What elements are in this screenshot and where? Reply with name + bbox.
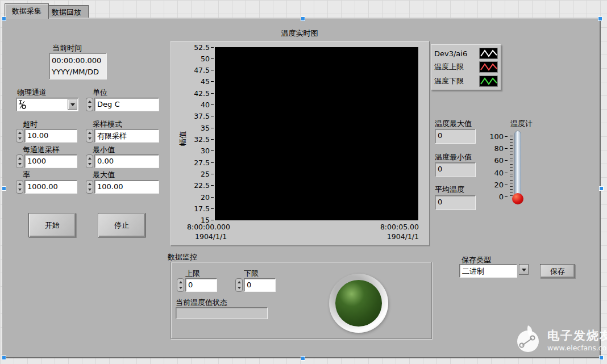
tab-page-acquisition: 当前时间 00:00:00.000 YYYY/MM/DD 物理通道 单位 Deg… (2, 18, 601, 358)
sample-mode-spinner[interactable] (86, 129, 93, 143)
min-temp-value: 0 (435, 162, 476, 177)
tick-mark (211, 197, 214, 198)
watermark-url: www.elecfans.com (547, 344, 607, 352)
plot-legend: Dev3/ai6 温度上限 温度下限 (431, 44, 501, 90)
start-button[interactable]: 开始 (28, 213, 76, 237)
min-value-spinner[interactable] (86, 154, 93, 168)
resize-handle-top-center[interactable] (301, 16, 305, 21)
tick-mark (211, 220, 214, 220)
y-tick: 45 (173, 78, 214, 86)
alarm-led-bezel (329, 274, 388, 333)
plot-style-icon[interactable] (479, 48, 498, 59)
samples-per-channel-label: 每通道采样 (23, 145, 60, 155)
io-channel-icon (18, 99, 27, 112)
stop-button[interactable]: 停止 (98, 213, 145, 237)
upper-limit-label: 上限 (185, 269, 200, 279)
max-value-spinner[interactable] (86, 180, 93, 194)
current-time-label: 当前时间 (52, 43, 82, 53)
resize-handle-right-middle[interactable] (599, 186, 604, 191)
timeout-label: 超时 (23, 119, 38, 129)
timeout-field[interactable]: 10.00 (24, 129, 77, 143)
thermometer-tick: 100 (489, 132, 508, 140)
min-value-field[interactable]: 0.00 (94, 154, 159, 168)
resize-handle-top-left[interactable] (2, 16, 6, 21)
avg-temp-value: 0 (435, 195, 476, 210)
tick-mark (211, 174, 214, 174)
lower-limit-field[interactable]: 0 (244, 278, 276, 292)
tick-mark (211, 116, 214, 116)
physical-channel-combo[interactable] (16, 98, 78, 111)
legend-item[interactable]: 温度下限 (434, 74, 498, 87)
temp-status-field (176, 307, 268, 319)
date-value: YYYY/MM/DD (52, 66, 104, 78)
thermometer-tick: 60 (494, 157, 508, 165)
resize-handle-top-right[interactable] (598, 16, 602, 21)
max-temp-label: 温度最大值 (435, 119, 472, 129)
legend-item[interactable]: 温度上限 (434, 61, 498, 74)
y-tick: 47.5 (173, 66, 214, 74)
time-value: 00:00:00.000 (52, 55, 104, 66)
max-temp-value: 0 (435, 129, 476, 144)
resize-handle-bottom-center[interactable] (301, 356, 305, 361)
tick-mark (211, 185, 214, 186)
x-axis-start: 8:00:00.000 1904/1/1 (187, 222, 230, 241)
max-value-field[interactable]: 100.00 (94, 180, 159, 194)
x-end-time: 8:00:05.00 (380, 222, 419, 232)
sample-mode-field[interactable]: 有限采样 (94, 129, 159, 143)
tab-data-playback[interactable]: 数据回放 (44, 5, 89, 19)
timeout-spinner[interactable] (16, 129, 23, 143)
unit-spinner[interactable] (86, 98, 93, 111)
plot-style-icon[interactable] (479, 61, 498, 73)
y-tick: 22.5 (173, 182, 214, 190)
monitor-group-box: 上限 0 下限 0 当前温度值状态 (171, 262, 432, 339)
lower-limit-spinner[interactable] (235, 278, 243, 292)
y-tick: 27.5 (173, 158, 214, 166)
channel-dropdown-arrow-icon[interactable] (68, 99, 77, 110)
unit-label: 单位 (93, 87, 107, 98)
save-button[interactable]: 保存 (540, 264, 575, 278)
x-end-date: 1904/1/1 (380, 232, 419, 241)
max-value-label: 最大值 (93, 170, 115, 180)
plot-style-icon[interactable] (479, 76, 498, 87)
y-tick: 52.5 (173, 43, 214, 51)
elecfans-logo-icon (514, 324, 543, 355)
resize-handle-bottom-left[interactable] (2, 355, 6, 360)
upper-limit-spinner[interactable] (177, 278, 184, 292)
resize-handle-left-middle[interactable] (2, 186, 6, 191)
thermometer-tick: 20 (494, 181, 508, 189)
samples-field[interactable]: 1000 (24, 154, 77, 168)
tick-mark (211, 70, 214, 70)
save-type-combo[interactable]: 二进制 (459, 264, 517, 278)
thermometer-minor-ticks (510, 136, 513, 199)
tick-mark (211, 128, 214, 128)
watermark-name: 电子发烧友 (547, 328, 607, 344)
avg-temp-label: 平均温度 (435, 185, 464, 195)
tick-mark (505, 173, 508, 173)
resize-handle-bottom-right[interactable] (599, 355, 604, 360)
y-tick: 42.5 (173, 89, 214, 97)
tab-data-acquisition[interactable]: 数据采集 (5, 3, 49, 19)
current-time-display: 00:00:00.000 YYYY/MM/DD (49, 53, 107, 80)
y-axis-ticks: 52.5 50 47.5 45 (173, 43, 214, 224)
temp-status-label: 当前温度值状态 (176, 298, 227, 308)
tick-mark (211, 58, 214, 59)
save-type-dropdown-arrow-icon[interactable] (519, 264, 529, 275)
plot-area[interactable] (215, 47, 418, 220)
tick-mark (505, 148, 508, 149)
y-tick: 30 (173, 147, 214, 155)
physical-channel-label: 物理通道 (17, 87, 47, 98)
unit-field[interactable]: Deg C (94, 98, 159, 111)
tick-mark (211, 162, 214, 163)
rate-spinner[interactable] (16, 180, 23, 194)
y-tick: 32.5 (173, 136, 214, 144)
tick-mark (211, 104, 214, 105)
upper-limit-field[interactable]: 0 (185, 278, 217, 292)
tick-mark (505, 136, 508, 137)
legend-item[interactable]: Dev3/ai6 (434, 47, 498, 60)
physical-channel-value[interactable] (27, 98, 66, 102)
y-tick: 40 (173, 101, 214, 109)
samples-spinner[interactable] (16, 154, 23, 168)
tick-mark (505, 160, 508, 161)
rate-field[interactable]: 1000.00 (24, 180, 77, 194)
thermometer-scale: 100 80 60 40 20 0 (486, 132, 508, 201)
